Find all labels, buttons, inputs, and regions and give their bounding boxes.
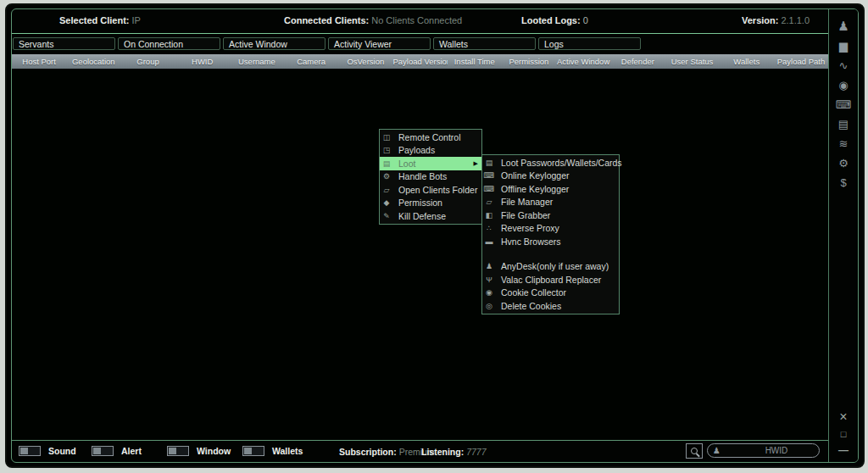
loot-submenu-group-1: ▤ Loot Passwords/Wallets/Cards ⌨ Online … [482,156,619,248]
table-column-header[interactable]: Host Port [12,54,66,69]
submenu-item-label: Loot Passwords/Wallets/Cards [501,158,622,168]
wallets-toggle[interactable]: Wallets [242,446,303,456]
bottom-bar: Sound Alert Window Wallets Subscription:… [12,440,828,462]
keylogger-icon[interactable]: ⌨ [836,99,852,110]
loot-icon: ▤ [380,159,393,168]
menu-item-open-clients-folder[interactable]: ▱ Open Clients Folder [380,183,481,197]
submenu-item-cookie-collector[interactable]: ◉ Cookie Collector [482,287,619,300]
submenu-arrow-icon: ▶ [474,160,478,167]
submenu-item-label: Valac Clipboard Replacer [501,275,601,285]
alert-toggle[interactable]: Alert [92,446,142,456]
submenu-item-offline-keylogger[interactable]: ⌨ Offline Keylogger [482,182,619,196]
menu-item-label: Payloads [398,145,435,155]
table-column-header[interactable]: User Status [665,54,719,69]
selected-client-label: Selected Client: [59,15,130,25]
maximize-button[interactable]: □ [841,430,847,439]
version-value: 2.1.1.0 [781,15,810,25]
sidebar: ♟▆∿◉⌨▤≋⚙$ ×□— [829,9,858,462]
submenu-item-loot-passwords[interactable]: ▤ Loot Passwords/Wallets/Cards [482,156,619,170]
tab-label: Servants [19,39,53,49]
search-button[interactable] [686,443,703,459]
hwid-search-input[interactable] [721,446,841,455]
submenu-item-valac-clipboard[interactable]: Ψ Valac Clipboard Replacer [482,273,619,287]
submenu-item-label: Cookie Collector [501,287,566,298]
submenu-item-delete-cookies[interactable]: ◎ Delete Cookies [482,299,619,313]
connected-clients-value: No Clients Connected [371,15,462,25]
money-icon[interactable]: $ [840,177,846,188]
menu-item-payloads[interactable]: ◳ Payloads [380,144,481,158]
table-column-header[interactable]: Payload Path [774,54,828,69]
menu-item-permission[interactable]: ◆ Permission [380,197,481,210]
tab-label: Wallets [439,39,468,49]
close-button[interactable]: × [839,410,847,424]
version-label: Version: [742,15,778,25]
payloads-icon: ◳ [380,146,393,154]
search-icon [691,448,698,454]
subscription-label: Subscription: [339,447,397,457]
app-window: Selected Client:IP Connected Clients:No … [5,3,865,468]
connected-clients-status: Connected Clients:No Clients Connected [284,15,462,25]
remote-control-icon: ◫ [380,133,393,142]
menu-item-label: Kill Defense [398,211,446,221]
activity-monitor-icon[interactable]: ∿ [839,60,849,71]
submenu-item-file-grabber[interactable]: ◧ File Grabber [482,209,619,222]
table-column-header[interactable]: OsVersion [338,54,392,69]
submenu-item-hvnc-browsers[interactable]: ▬ Hvnc Browsers [482,235,619,248]
screen-icon[interactable]: ▆ [839,41,848,52]
toggle-label: Wallets [272,446,303,456]
table-column-header[interactable]: Defender [610,54,665,69]
table-column-header[interactable]: Group [120,54,175,69]
settings-gears-icon[interactable]: ⚙ [838,158,849,169]
submenu-item-label: Reverse Proxy [501,223,559,233]
table-header: Host PortGeolocationGroupHWIDUsernameCam… [12,54,828,69]
submenu-item-label: File Grabber [501,210,550,220]
clipboard-replacer-icon: Ψ [482,275,496,284]
eye-viewer-icon[interactable]: ◉ [838,80,848,91]
hwid-search-field[interactable]: ♟ [707,443,820,458]
toggle-checkbox[interactable] [19,446,41,456]
tab-activity-viewer[interactable]: Activity Viewer [328,37,431,50]
user-icon[interactable]: ♟ [837,19,849,32]
sound-toggle[interactable]: Sound [19,446,76,456]
tab-logs[interactable]: Logs [538,37,641,50]
menu-item-kill-defense[interactable]: ✎ Kill Defense [380,209,481,223]
files-icon[interactable]: ▤ [838,119,849,130]
person-icon: ♟ [713,447,721,455]
toggle-checkbox[interactable] [167,446,189,456]
tab-wallets[interactable]: Wallets [433,37,536,50]
table-column-header[interactable]: Camera [284,54,338,69]
menu-item-handle-bots[interactable]: ⚙ Handle Bots [380,170,481,184]
submenu-item-label: Hvnc Browsers [501,236,561,247]
share-icon: ∴ [482,224,496,232]
tab-servants[interactable]: Servants [13,37,115,50]
clients-table-body [12,69,828,440]
submenu-item-label: File Manager [501,197,553,207]
table-column-header[interactable]: Geolocation [66,54,120,69]
tab-on-connection[interactable]: On Connection [118,37,220,50]
person-running-icon: ♟ [482,262,496,270]
table-column-header[interactable]: Payload Version [392,54,447,69]
submenu-item-reverse-proxy[interactable]: ∴ Reverse Proxy [482,222,619,236]
menu-item-label: Loot [398,159,415,169]
tab-active-window[interactable]: Active Window [223,37,326,50]
submenu-item-file-manager[interactable]: ▱ File Manager [482,196,619,209]
toggle-checkbox[interactable] [92,446,114,456]
toggle-checkbox[interactable] [242,446,264,456]
submenu-item-anydesk[interactable]: ♟ AnyDesk(only if user away) [482,260,619,274]
table-column-header[interactable]: Active Window [556,54,610,69]
window-toggle[interactable]: Window [167,446,231,456]
menu-item-loot[interactable]: ▤ Loot ▶ [380,157,481,170]
table-column-header[interactable]: HWID [175,54,230,69]
context-menu: ◫ Remote Control ◳ Payloads ▤ Loot ▶ ⚙ H… [379,129,482,225]
tab-label: Active Window [229,39,287,49]
wifi-icon[interactable]: ≋ [839,138,849,149]
table-column-header[interactable]: Wallets [720,54,774,69]
table-column-header[interactable]: Username [230,54,284,69]
submenu-item-online-keylogger[interactable]: ⌨ Online Keylogger [482,170,619,183]
subscription-status: Subscription:Premium [339,447,435,457]
table-column-header[interactable]: Permission [502,54,556,69]
table-column-header[interactable]: Install Time [448,54,502,69]
selected-client-value: IP [132,15,141,25]
submenu-item-label: Online Keylogger [501,170,570,181]
menu-item-remote-control[interactable]: ◫ Remote Control [380,131,481,144]
